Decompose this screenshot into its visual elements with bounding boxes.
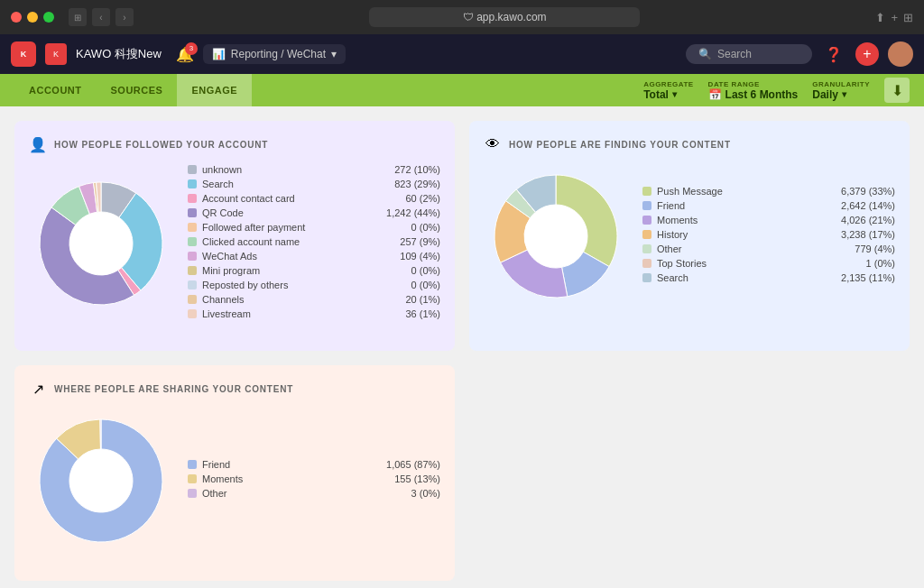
granularity-chevron: ▾ <box>842 89 846 99</box>
nav-sources[interactable]: SOURCES <box>97 74 178 106</box>
legend-item: unknown 272 (10%) <box>188 164 440 175</box>
window-btn[interactable]: ⊞ <box>69 8 87 26</box>
forward-btn[interactable]: › <box>116 8 134 26</box>
address-bar[interactable]: 🛡 app.kawo.com <box>369 7 640 27</box>
legend-dot <box>642 230 651 239</box>
app-name: KAWO 科搜New <box>76 46 162 62</box>
legend-value: 0 (0%) <box>411 222 440 233</box>
legend-label: Other <box>657 243 849 254</box>
legend-item: Friend 2,642 (14%) <box>642 200 895 211</box>
download-button[interactable]: ⬇ <box>884 78 910 103</box>
nav-bar: ACCOUNT SOURCES ENGAGE AGGREGATE Total ▾… <box>0 74 924 106</box>
empty-space <box>469 365 910 581</box>
granularity-label: GRANULARITY <box>812 80 870 88</box>
legend-label: QR Code <box>202 207 381 218</box>
legend-item: Followed after payment 0 (0%) <box>188 222 440 233</box>
legend-dot <box>188 194 197 203</box>
legend-label: Account contact card <box>202 193 400 204</box>
share-icon[interactable]: ⬆ <box>875 11 885 24</box>
legend-value: 155 (13%) <box>394 473 440 484</box>
legend-dot <box>188 295 197 304</box>
legend-dot <box>642 187 651 196</box>
legend-item: QR Code 1,242 (44%) <box>188 207 440 218</box>
legend-dot <box>188 266 197 275</box>
legend-label: Top Stories <box>657 258 861 269</box>
legend-value: 3,238 (17%) <box>841 229 895 240</box>
legend-item: Search 2,135 (11%) <box>642 272 895 283</box>
app-logo-primary: K <box>11 41 36 67</box>
legend-value: 6,379 (33%) <box>841 186 895 197</box>
legend-value: 823 (29%) <box>394 179 440 189</box>
minimize-button[interactable] <box>27 12 38 23</box>
find-donut-chart <box>484 164 628 308</box>
new-tab-icon[interactable]: + <box>891 11 898 24</box>
legend-value: 0 (0%) <box>411 280 440 290</box>
browser-actions: ⬆ + ⊞ <box>875 11 913 24</box>
legend-label: Friend <box>657 200 836 211</box>
legend-dot <box>188 489 197 498</box>
find-card-title: HOW PEOPLE ARE FINDING YOUR CONTENT <box>509 140 731 150</box>
legend-item: Channels 20 (1%) <box>188 294 440 305</box>
legend-label: Channels <box>202 294 400 305</box>
user-avatar[interactable] <box>888 41 913 67</box>
shield-icon: 🛡 <box>463 11 474 23</box>
grid-icon[interactable]: ⊞ <box>903 11 913 24</box>
share-card: ↗ WHERE PEOPLE ARE SHARING YOUR CONTENT … <box>14 365 455 581</box>
app-header: K K KAWO 科搜New 🔔 3 📊 Reporting / WeChat … <box>0 34 924 74</box>
legend-value: 257 (9%) <box>400 236 440 247</box>
legend-dot <box>188 309 197 318</box>
legend-label: Friend <box>202 459 381 470</box>
legend-value: 109 (4%) <box>400 251 440 262</box>
granularity-control[interactable]: GRANULARITY Daily ▾ <box>812 80 870 101</box>
address-bar-container: 🛡 app.kawo.com <box>141 7 868 27</box>
legend-value: 36 (1%) <box>405 308 440 319</box>
calendar-icon: 📅 <box>708 88 722 101</box>
legend-label: Mini program <box>202 265 406 276</box>
main-content: 👤 HOW PEOPLE FOLLOWED YOUR ACCOUNT unkno… <box>0 106 924 588</box>
legend-value: 0 (0%) <box>411 265 440 276</box>
search-bar[interactable]: 🔍 Search <box>686 44 812 64</box>
notification-button[interactable]: 🔔 3 <box>176 46 194 63</box>
legend-dot <box>642 201 651 210</box>
legend-dot <box>642 273 651 282</box>
breadcrumb-text: Reporting / WeChat <box>231 48 326 60</box>
follow-card-content: unknown 272 (10%) Search 823 (29%) Accou… <box>29 164 440 323</box>
legend-label: WeChat Ads <box>202 251 394 262</box>
legend-item: Mini program 0 (0%) <box>188 265 440 276</box>
aggregate-label: AGGREGATE <box>643 80 693 88</box>
follow-card-title: HOW PEOPLE FOLLOWED YOUR ACCOUNT <box>54 140 268 150</box>
nav-account[interactable]: ACCOUNT <box>14 74 97 106</box>
breadcrumb[interactable]: 📊 Reporting / WeChat ▾ <box>203 44 346 64</box>
legend-dot <box>188 237 197 246</box>
close-button[interactable] <box>11 12 22 23</box>
follow-card: 👤 HOW PEOPLE FOLLOWED YOUR ACCOUNT unkno… <box>14 121 455 351</box>
help-button[interactable]: ❓ <box>821 41 846 67</box>
legend-label: History <box>657 229 836 240</box>
legend-value: 272 (10%) <box>394 164 440 175</box>
legend-dot <box>188 179 197 188</box>
browser-chrome: ⊞ ‹ › 🛡 app.kawo.com ⬆ + ⊞ <box>0 0 924 34</box>
legend-label: Search <box>202 179 389 189</box>
add-button[interactable]: + <box>855 42 879 66</box>
legend-item: WeChat Ads 109 (4%) <box>188 251 440 262</box>
follow-donut-chart <box>29 171 173 316</box>
legend-value: 2,135 (11%) <box>841 272 895 283</box>
legend-value: 1 (0%) <box>866 258 895 269</box>
date-range-value: 📅 Last 6 Months <box>708 88 799 101</box>
date-range-control[interactable]: DATE RANGE 📅 Last 6 Months <box>708 80 799 101</box>
legend-item: Top Stories 1 (0%) <box>642 258 895 269</box>
legend-value: 2,642 (14%) <box>841 200 895 211</box>
legend-label: Clicked account name <box>202 236 394 247</box>
legend-dot <box>642 244 651 253</box>
legend-dot <box>642 216 651 225</box>
legend-item: Push Message 6,379 (33%) <box>642 186 895 197</box>
legend-dot <box>188 252 197 261</box>
share-icon: ↗ <box>29 380 47 398</box>
follow-legend: unknown 272 (10%) Search 823 (29%) Accou… <box>188 164 440 323</box>
aggregate-control[interactable]: AGGREGATE Total ▾ <box>643 80 693 101</box>
back-btn[interactable]: ‹ <box>92 8 110 26</box>
share-card-content: Friend 1,065 (87%) Moments 155 (13%) Oth… <box>29 409 440 553</box>
nav-engage[interactable]: ENGAGE <box>177 74 252 106</box>
maximize-button[interactable] <box>43 12 54 23</box>
legend-label: Push Message <box>657 186 836 197</box>
